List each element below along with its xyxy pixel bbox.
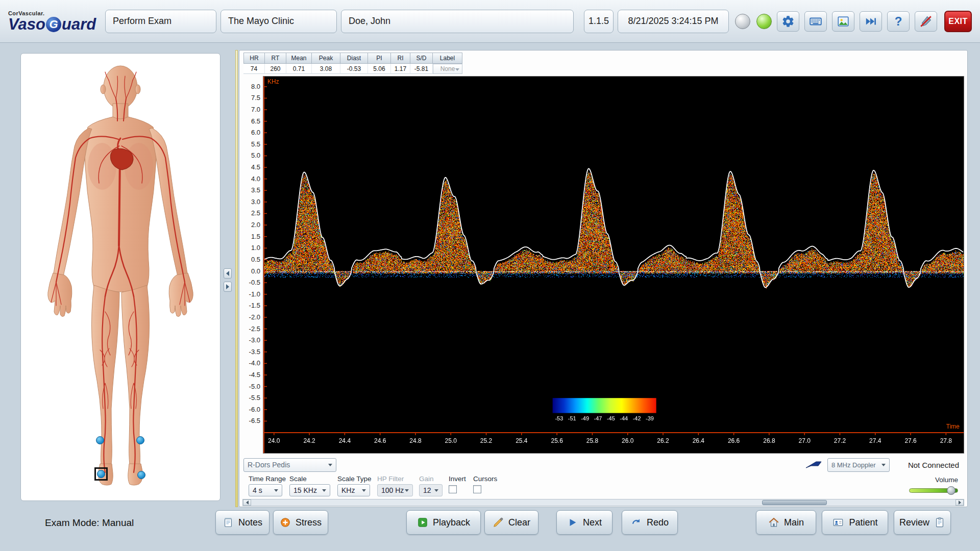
settings-button[interactable] — [777, 11, 799, 32]
gear-icon — [781, 15, 795, 28]
redo-label: Redo — [647, 517, 669, 528]
y-tick-label: 5.5 — [251, 141, 260, 148]
exam-mode-status: Exam Mode: Manual — [45, 511, 134, 535]
probe-group: 8 MHz Doppler Not Connected — [805, 458, 962, 472]
y-tick-label: -2.0 — [249, 314, 260, 321]
next-button[interactable]: Next — [556, 510, 612, 535]
y-tick-label: 3.5 — [251, 187, 260, 194]
redo-button[interactable]: Redo — [622, 510, 678, 535]
body-site-marker-r-ankle[interactable] — [96, 436, 104, 444]
home-icon — [768, 517, 779, 528]
review-button[interactable]: Review — [894, 510, 951, 535]
scroll-right-button[interactable] — [955, 499, 964, 506]
time-range-select[interactable]: 4 s — [249, 484, 282, 496]
spectral-display[interactable] — [263, 76, 964, 454]
brand-g-badge: G — [46, 17, 61, 32]
status-light-active[interactable] — [756, 14, 772, 29]
probe-disconnect-button[interactable] — [915, 11, 937, 32]
scale-type-select[interactable]: KHz — [337, 484, 370, 496]
y-tick-label: 4.5 — [251, 164, 260, 171]
clinic-field[interactable]: The Mayo Clinic — [220, 10, 337, 33]
exam-mode-field[interactable]: Perform Exam — [105, 10, 216, 33]
measurements-table: HRRTMeanPeakDiastPIRIS/DLabel 742600.713… — [243, 53, 462, 74]
transfer-button[interactable] — [860, 11, 882, 32]
hp-filter-control: HP Filter 100 Hz — [377, 475, 413, 496]
notes-button[interactable]: Notes — [215, 510, 270, 535]
meas-value: -0.53 — [340, 64, 368, 74]
y-tick-label: -3.0 — [249, 337, 260, 344]
y-tick-label: 6.0 — [251, 129, 260, 136]
volume-control: Volume — [909, 475, 958, 493]
panel-resize-strip[interactable] — [235, 50, 238, 507]
brand-logo: Vaso G uard — [8, 16, 105, 32]
panel-splitter[interactable] — [222, 53, 237, 501]
stress-button[interactable]: Stress — [273, 510, 328, 535]
y-tick-label: -6.0 — [249, 406, 260, 413]
y-tick-label: -1.0 — [249, 291, 260, 298]
image-capture-button[interactable] — [832, 11, 854, 32]
meas-header: PI — [368, 53, 391, 64]
body-site-marker-l-foot[interactable] — [137, 471, 145, 479]
version-text: 1.1.5 — [589, 16, 609, 27]
spectral-canvas[interactable] — [263, 77, 964, 453]
triangle-right-icon — [959, 500, 961, 505]
time-range-value: 4 s — [253, 486, 262, 494]
volume-slider[interactable] — [909, 488, 958, 493]
hp-filter-select: 100 Hz — [377, 484, 413, 496]
app-logo: CorVascular. Vaso G uard — [8, 10, 105, 32]
chevron-down-icon — [881, 464, 886, 466]
meas-value: 74 — [243, 64, 265, 74]
label-select[interactable]: None — [433, 64, 462, 74]
body-map-panel — [20, 53, 220, 501]
exit-button[interactable]: EXIT — [944, 11, 972, 32]
y-tick-label: 8.0 — [251, 83, 260, 90]
horizontal-scrollbar[interactable] — [242, 499, 964, 506]
invert-checkbox[interactable] — [449, 485, 457, 493]
patient-button[interactable]: Patient — [822, 510, 888, 535]
expand-right-button[interactable] — [224, 282, 232, 292]
cursors-checkbox[interactable] — [473, 485, 481, 493]
y-tick-label: -0.5 — [249, 279, 260, 286]
meas-value: 3.08 — [312, 64, 340, 74]
exam-site-select[interactable]: R-Dors Pedis — [243, 458, 336, 472]
scrollbar-thumb[interactable] — [762, 500, 827, 505]
scale-select[interactable]: 15 KHz — [289, 484, 330, 496]
chevron-down-icon — [405, 489, 409, 492]
playback-button[interactable]: Playback — [406, 510, 481, 535]
y-tick-label: 3.0 — [251, 198, 260, 206]
patient-card-icon — [832, 517, 844, 528]
main-button[interactable]: Main — [756, 510, 816, 535]
meas-value: 1.17 — [391, 64, 410, 74]
chevron-down-icon — [434, 489, 438, 492]
y-tick-label: 1.5 — [251, 233, 260, 240]
notes-icon — [223, 517, 234, 528]
keyboard-button[interactable] — [804, 11, 827, 32]
volume-slider-thumb[interactable] — [947, 486, 955, 495]
y-tick-label: -2.5 — [249, 325, 260, 333]
clear-button[interactable]: Clear — [484, 510, 538, 535]
status-light-inactive[interactable] — [735, 14, 750, 29]
chevron-down-icon — [274, 489, 278, 492]
patient-text: Doe, John — [349, 16, 390, 27]
spectral-plot-area: 8.07.57.06.56.05.55.04.54.03.53.02.52.01… — [242, 76, 964, 454]
next-arrow-icon — [567, 517, 578, 528]
measurements-value-row: 742600.713.08-0.535.061.17-5.81None — [243, 64, 462, 74]
body-site-marker-l-ankle[interactable] — [136, 436, 144, 444]
exam-mode-text: Perform Exam — [113, 16, 172, 27]
body-site-marker-r-foot[interactable] — [97, 470, 105, 478]
y-tick-label: -3.5 — [249, 348, 260, 356]
help-button[interactable]: ? — [887, 11, 910, 32]
body-diagram — [24, 57, 217, 497]
cursors-control: Cursors — [473, 475, 497, 493]
y-tick-label: 5.0 — [251, 152, 260, 159]
scroll-left-button[interactable] — [243, 499, 251, 506]
collapse-left-button[interactable] — [224, 268, 232, 279]
site-marker-overlay — [24, 57, 217, 497]
y-axis-labels: 8.07.57.06.56.05.55.04.54.03.53.02.52.01… — [242, 76, 263, 454]
probe-select[interactable]: 8 MHz Doppler — [827, 458, 890, 472]
meas-header: Peak — [312, 53, 340, 64]
meas-value: -5.81 — [410, 64, 433, 74]
stress-label: Stress — [296, 517, 322, 528]
datetime-text: 8/21/2025 3:24:15 PM — [628, 16, 718, 27]
patient-field[interactable]: Doe, John — [341, 10, 574, 33]
